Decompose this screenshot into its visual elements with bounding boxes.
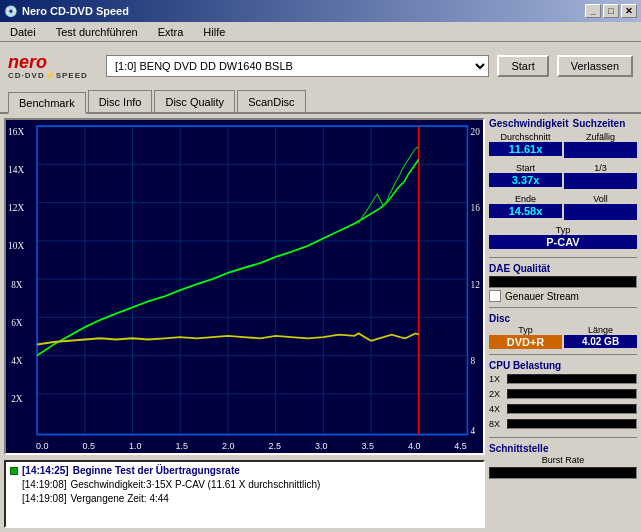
x-label-4: 2.0 (222, 441, 235, 451)
log-text-2: Vergangene Zeit: 4:44 (70, 492, 168, 506)
cpu-title: CPU Belastung (489, 360, 637, 371)
menu-extra[interactable]: Extra (152, 24, 190, 40)
svg-text:10X: 10X (8, 240, 25, 252)
disc-typ-value: DVD+R (489, 335, 562, 349)
voll-item: Voll (564, 194, 637, 220)
disc-laenge-item: Länge 4.02 GB (564, 325, 637, 349)
speed-row1: Durchschnitt 11.61x Zufällig (489, 132, 637, 158)
zufaellig-label: Zufällig (586, 132, 615, 142)
x-axis-labels: 0.0 0.5 1.0 1.5 2.0 2.5 3.0 3.5 4.0 4.5 (36, 441, 467, 451)
drive-area: nero CD·DVD⚡SPEED [1:0] BENQ DVD DD DW16… (0, 42, 641, 90)
log-time-1: [14:19:08] (22, 478, 66, 492)
chart-canvas: 16X 14X 12X 10X 8X 6X 4X 2X 20 16 12 8 4 (6, 120, 483, 453)
cpu-4x-label: 4X (489, 404, 505, 414)
log-text-0: Beginne Test der Übertragungsrate (73, 464, 240, 478)
verlassen-button[interactable]: Verlassen (557, 55, 633, 77)
minimize-button[interactable]: _ (585, 4, 601, 18)
log-placeholder-1 (10, 481, 18, 489)
x-label-8: 4.0 (408, 441, 421, 451)
x-label-7: 3.5 (361, 441, 374, 451)
cpu-1x-row: 1X (489, 372, 637, 386)
ende-value: 14.58x (489, 204, 562, 218)
svg-text:20: 20 (471, 125, 480, 137)
svg-text:16: 16 (471, 202, 480, 214)
geschwindigkeit-title: Geschwindigkeit (489, 118, 568, 129)
dae-section: DAE Qualität Genauer Stream (489, 263, 637, 302)
disc-title: Disc (489, 313, 637, 324)
one-third-label: 1/3 (594, 163, 607, 173)
x-label-0: 0.0 (36, 441, 49, 451)
start-speed-item: Start 3.37x (489, 163, 562, 189)
log-area: [14:14:25] Beginne Test der Übertragungs… (4, 460, 485, 528)
cpu-2x-bar-container (507, 389, 637, 399)
svg-text:12: 12 (471, 278, 480, 290)
zufaellig-item: Zufällig (564, 132, 637, 158)
log-placeholder-2 (10, 495, 18, 503)
log-indicator (10, 467, 18, 475)
svg-text:4: 4 (471, 425, 476, 437)
svg-text:6X: 6X (11, 316, 23, 328)
speed-row2: Start 3.37x 1/3 (489, 163, 637, 189)
cpu-1x-bar-container (507, 374, 637, 384)
burst-rate-bar-container (489, 467, 637, 479)
one-third-value (564, 173, 637, 189)
tab-bar: Benchmark Disc Info Disc Quality ScanDis… (0, 90, 641, 114)
disc-laenge-value: 4.02 GB (564, 335, 637, 348)
titlebar-title: 💿 Nero CD-DVD Speed (4, 5, 129, 18)
cpu-1x-label: 1X (489, 374, 505, 384)
svg-text:12X: 12X (8, 202, 25, 214)
disc-typ-item: Typ DVD+R (489, 325, 562, 349)
menu-test[interactable]: Test durchführen (50, 24, 144, 40)
cpu-section: CPU Belastung 1X 2X 4X (489, 360, 637, 432)
speed-row3: Ende 14.58x Voll (489, 194, 637, 220)
log-time-0: [14:14:25] (22, 464, 69, 478)
x-label-1: 0.5 (82, 441, 95, 451)
dae-bar-container (489, 276, 637, 288)
start-button[interactable]: Start (497, 55, 548, 77)
menu-datei[interactable]: Datei (4, 24, 42, 40)
nero-logo-text: nero (8, 53, 47, 71)
genauer-stream-label: Genauer Stream (505, 291, 579, 302)
window-title: Nero CD-DVD Speed (22, 5, 129, 17)
tab-benchmark[interactable]: Benchmark (8, 92, 86, 114)
maximize-button[interactable]: □ (603, 4, 619, 18)
close-button[interactable]: ✕ (621, 4, 637, 18)
voll-value (564, 204, 637, 220)
disc-typ-label: Typ (518, 325, 533, 335)
tab-disc-quality[interactable]: Disc Quality (154, 90, 235, 112)
durchschnitt-item: Durchschnitt 11.61x (489, 132, 562, 158)
svg-text:8: 8 (471, 354, 476, 366)
cpu-2x-row: 2X (489, 387, 637, 401)
chart-svg: 16X 14X 12X 10X 8X 6X 4X 2X 20 16 12 8 4 (6, 120, 483, 453)
schnittstelle-section: Schnittstelle Burst Rate (489, 443, 637, 481)
log-entry-2: [14:19:08] Vergangene Zeit: 4:44 (10, 492, 479, 506)
svg-text:14X: 14X (8, 163, 25, 175)
svg-text:8X: 8X (11, 278, 23, 290)
ende-label: Ende (515, 194, 536, 204)
tab-disc-info[interactable]: Disc Info (88, 90, 153, 112)
genauer-stream-checkbox (489, 290, 501, 302)
zufaellig-value (564, 142, 637, 158)
nero-logo-sub: CD·DVD⚡SPEED (8, 71, 88, 80)
divider-2 (489, 307, 637, 308)
titlebar-controls: _ □ ✕ (585, 4, 637, 18)
info-panel: Geschwindigkeit Suchzeiten Durchschnitt … (489, 118, 637, 528)
cpu-4x-row: 4X (489, 402, 637, 416)
tab-scandisc[interactable]: ScanDisc (237, 90, 305, 112)
x-label-6: 3.0 (315, 441, 328, 451)
log-entry-0: [14:14:25] Beginne Test der Übertragungs… (10, 464, 479, 478)
chart-container: 16X 14X 12X 10X 8X 6X 4X 2X 20 16 12 8 4 (4, 118, 485, 455)
durchschnitt-value: 11.61x (489, 142, 562, 156)
cpu-8x-row: 8X (489, 417, 637, 431)
menu-hilfe[interactable]: Hilfe (197, 24, 231, 40)
divider-4 (489, 437, 637, 438)
start-speed-label: Start (516, 163, 535, 173)
drive-selector[interactable]: [1:0] BENQ DVD DD DW1640 BSLB (106, 55, 489, 77)
chart-info-area: 16X 14X 12X 10X 8X 6X 4X 2X 20 16 12 8 4 (0, 114, 641, 532)
voll-label: Voll (593, 194, 608, 204)
log-entry-1: [14:19:08] Geschwindigkeit:3·15X P-CAV (… (10, 478, 479, 492)
speed-suchzeiten-header: Geschwindigkeit Suchzeiten (489, 118, 637, 130)
typ-label: Typ (489, 225, 637, 235)
app-icon: 💿 (4, 5, 18, 18)
cpu-4x-bar-container (507, 404, 637, 414)
